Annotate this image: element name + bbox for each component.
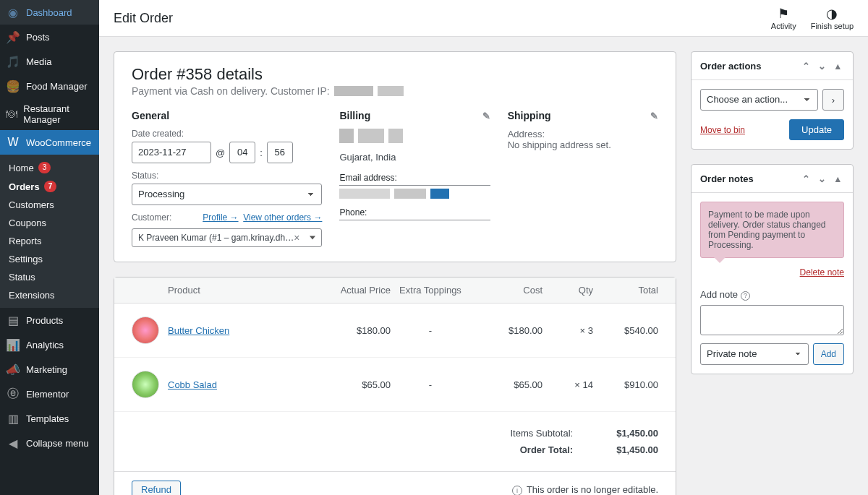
sidebar-item-food-manager[interactable]: 🍔Food Manager	[0, 74, 99, 98]
media-icon: 🎵	[6, 54, 20, 69]
submenu-customers[interactable]: Customers	[0, 196, 99, 214]
orders-badge: 7	[44, 181, 57, 192]
update-button[interactable]: Update	[789, 119, 844, 140]
note-textarea[interactable]	[700, 305, 844, 335]
sidebar-item-analytics[interactable]: 📊Analytics	[0, 332, 99, 357]
delete-note-link[interactable]: Delete note	[800, 267, 844, 277]
topbar: Edit Order ⚑Activity ◑Finish setup	[99, 0, 868, 37]
customer-select[interactable]: K Praveen Kumar (#1 – gam.krinay.dh… ×	[132, 228, 322, 247]
order-details-card: Order #358 details Payment via Cash on d…	[114, 51, 676, 262]
edit-shipping-icon[interactable]: ✎	[650, 111, 658, 121]
product-link[interactable]: Cobb Salad	[168, 379, 217, 390]
food-icon: 🍔	[6, 79, 20, 93]
move-to-bin-link[interactable]: Move to bin	[700, 125, 745, 135]
sidebar-item-media[interactable]: 🎵Media	[0, 49, 99, 74]
ip-redacted	[334, 86, 373, 96]
sidebar-item-posts[interactable]: 📌Posts	[0, 25, 99, 49]
item-row: Cobb Salad $65.00 - $65.00 × 14 $910.00	[114, 358, 676, 412]
submenu-reports[interactable]: Reports	[0, 232, 99, 250]
submenu-settings[interactable]: Settings	[0, 250, 99, 268]
billing-region: Gujarat, India	[339, 152, 490, 163]
toggle-icon[interactable]: ▴	[831, 59, 844, 72]
sidebar-item-dashboard[interactable]: ◉Dashboard	[0, 0, 99, 25]
general-section: General Date created: @ : Status: Proces…	[132, 110, 322, 247]
progress-icon: ◑	[826, 6, 838, 22]
order-title: Order #358 details	[132, 65, 658, 84]
submenu-home[interactable]: Home3	[0, 158, 99, 177]
move-down-icon[interactable]: ⌄	[815, 172, 828, 185]
templates-icon: ▥	[6, 411, 20, 426]
woocommerce-icon: W	[6, 135, 20, 150]
items-header: Product Actual Price Extra Toppings Cost…	[114, 277, 676, 304]
sidebar-item-restaurant-manager[interactable]: 🍽Restaurant Manager	[0, 98, 99, 130]
move-up-icon[interactable]: ⌃	[799, 59, 812, 72]
profile-link[interactable]: Profile →	[203, 212, 238, 223]
help-icon[interactable]: ?	[741, 291, 750, 301]
order-notes-title: Order notes	[700, 173, 754, 184]
shipping-section: Shipping✎ Address: No shipping address s…	[508, 110, 658, 247]
sidebar-item-marketing[interactable]: 📣Marketing	[0, 357, 99, 382]
restaurant-icon: 🍽	[6, 107, 17, 121]
view-orders-link[interactable]: View other orders →	[243, 212, 322, 223]
apply-action-button[interactable]: ›	[822, 89, 844, 111]
info-icon: i	[512, 486, 522, 496]
status-label: Status:	[132, 171, 322, 181]
billing-redacted	[339, 129, 490, 143]
sidebar-item-woocommerce[interactable]: WWooCommerce	[0, 130, 99, 155]
add-note-label: Add note	[700, 289, 738, 300]
products-icon: ▤	[6, 313, 20, 327]
sidebar-item-elementor[interactable]: ⓔElementor	[0, 382, 99, 406]
woocommerce-submenu: Home3 Orders7 Customers Coupons Reports …	[0, 155, 99, 308]
order-notes-card: Order notes ⌃ ⌄ ▴ Payment to be made upo…	[691, 164, 854, 374]
customer-label: Customer:	[132, 212, 171, 223]
order-items-card: Product Actual Price Extra Toppings Cost…	[114, 277, 676, 495]
email-redacted	[339, 189, 490, 199]
order-actions-card: Order actions ⌃ ⌄ ▴ Choose an action... …	[691, 51, 854, 150]
shipping-heading: Shipping	[508, 110, 551, 121]
product-thumb	[132, 371, 159, 398]
submenu-orders[interactable]: Orders7	[0, 177, 99, 196]
date-input[interactable]	[132, 142, 211, 163]
elementor-icon: ⓔ	[6, 387, 20, 401]
product-link[interactable]: Butter Chicken	[168, 325, 229, 336]
order-note: Payment to be made upon delivery. Order …	[700, 202, 844, 258]
clear-customer-icon[interactable]: ×	[294, 232, 299, 244]
items-subtotal: $1,450.00	[616, 428, 658, 439]
order-actions-title: Order actions	[700, 61, 762, 72]
move-down-icon[interactable]: ⌄	[815, 59, 828, 72]
action-select[interactable]: Choose an action...	[700, 89, 818, 111]
date-created-label: Date created:	[132, 129, 322, 139]
analytics-icon: 📊	[6, 337, 20, 352]
not-editable-notice: iThis order is no longer editable.	[512, 484, 658, 496]
status-select[interactable]: Processing	[132, 184, 322, 205]
submenu-status[interactable]: Status	[0, 268, 99, 286]
note-type-select[interactable]: Private note	[700, 343, 809, 365]
toggle-icon[interactable]: ▴	[831, 172, 844, 185]
shipping-address-label: Address:	[508, 129, 658, 139]
shipping-no-address: No shipping address set.	[508, 139, 658, 150]
refund-button[interactable]: Refund	[132, 481, 181, 495]
activity-button[interactable]: ⚑Activity	[771, 6, 796, 30]
sidebar-item-products[interactable]: ▤Products	[0, 308, 99, 332]
submenu-extensions[interactable]: Extensions	[0, 286, 99, 304]
order-subtitle: Payment via Cash on delivery. Customer I…	[132, 85, 658, 97]
email-label: Email address:	[339, 173, 396, 183]
collapse-menu[interactable]: ◀Collapse menu	[0, 431, 99, 455]
move-up-icon[interactable]: ⌃	[799, 172, 812, 185]
hour-input[interactable]	[229, 142, 255, 163]
flag-icon: ⚑	[778, 6, 789, 22]
admin-sidebar: ◉Dashboard 📌Posts 🎵Media 🍔Food Manager 🍽…	[0, 0, 99, 495]
submenu-coupons[interactable]: Coupons	[0, 214, 99, 232]
general-heading: General	[132, 110, 322, 121]
order-total: $1,450.00	[616, 444, 658, 455]
edit-billing-icon[interactable]: ✎	[482, 111, 490, 121]
sidebar-item-templates[interactable]: ▥Templates	[0, 406, 99, 431]
product-thumb	[132, 317, 159, 344]
add-note-button[interactable]: Add	[813, 343, 844, 365]
phone-label: Phone:	[339, 207, 367, 218]
dashboard-icon: ◉	[6, 5, 20, 20]
billing-heading: Billing	[339, 110, 370, 121]
billing-section: Billing✎ Gujarat, India Email address:	[339, 110, 490, 247]
minute-input[interactable]	[267, 142, 293, 163]
finish-setup-button[interactable]: ◑Finish setup	[811, 6, 854, 30]
